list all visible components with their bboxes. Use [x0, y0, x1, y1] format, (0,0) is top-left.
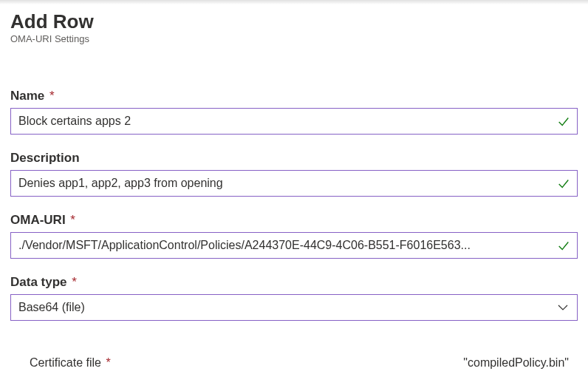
certificate-file-row: Certificate file * "compiledPolicy.bin" — [10, 356, 578, 370]
data-type-field-group: Data type * Base64 (file) — [10, 275, 578, 321]
required-indicator: * — [49, 89, 55, 103]
page-subtitle: OMA-URI Settings — [10, 33, 578, 44]
data-type-label: Data type * — [10, 275, 578, 290]
data-type-selected-value: Base64 (file) — [18, 301, 85, 314]
description-label-text: Description — [10, 151, 80, 165]
name-field-group: Name * — [10, 89, 578, 135]
oma-uri-label-text: OMA-URI — [10, 213, 66, 227]
data-type-label-text: Data type — [10, 275, 67, 289]
oma-uri-input-wrapper — [10, 232, 578, 259]
name-input-wrapper — [10, 108, 578, 135]
name-label: Name * — [10, 89, 578, 103]
certificate-file-label: Certificate file * — [30, 356, 111, 370]
oma-uri-field-group: OMA-URI * — [10, 213, 578, 259]
certificate-file-label-text: Certificate file — [30, 356, 101, 369]
required-indicator: * — [106, 356, 110, 369]
oma-uri-input[interactable] — [10, 232, 578, 259]
required-indicator: * — [70, 213, 75, 227]
data-type-select-wrapper: Base64 (file) — [10, 294, 578, 321]
description-field-group: Description — [10, 151, 578, 197]
name-input[interactable] — [10, 108, 578, 135]
certificate-file-name: "compiledPolicy.bin" — [463, 356, 575, 370]
data-type-select[interactable]: Base64 (file) — [10, 294, 578, 321]
page-title: Add Row — [10, 10, 578, 33]
name-label-text: Name — [10, 89, 44, 103]
required-indicator: * — [72, 275, 77, 289]
description-input[interactable] — [10, 170, 578, 197]
description-label: Description — [10, 151, 578, 166]
add-row-panel: Add Row OMA-URI Settings Name * Descript… — [0, 0, 588, 370]
oma-uri-label: OMA-URI * — [10, 213, 578, 228]
description-input-wrapper — [10, 170, 578, 197]
panel-top-shadow — [0, 0, 588, 4]
